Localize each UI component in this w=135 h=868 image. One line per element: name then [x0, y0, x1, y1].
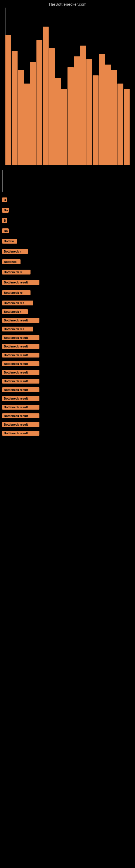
bar-7 — [49, 48, 55, 165]
bottleneck-result-label-11: Bottleneck r — [2, 309, 28, 314]
result-item-1: Bo — [2, 208, 133, 213]
bottleneck-result-label-2: B — [2, 218, 7, 223]
bar-2 — [18, 70, 24, 165]
site-title: TheBottlenecker.com — [0, 0, 135, 8]
bottleneck-result-label-16: Bottleneck result — [2, 352, 39, 358]
bottleneck-result-label-13: Bottleneck res — [2, 327, 33, 332]
result-item-9: Bottleneck re — [2, 290, 133, 295]
result-item-18: Bottleneck result — [2, 370, 133, 375]
result-item-20: Bottleneck result — [2, 388, 133, 392]
bottleneck-result-label-21: Bottleneck result — [2, 396, 39, 401]
bottleneck-result-label-25: Bottleneck result — [2, 431, 39, 436]
bottleneck-result-label-20: Bottleneck result — [2, 388, 39, 392]
result-item-16: Bottleneck result — [2, 352, 133, 358]
bottleneck-result-label-3: Bo — [2, 228, 9, 233]
bar-17 — [111, 70, 117, 165]
bar-6 — [43, 27, 49, 165]
bar-1 — [12, 51, 17, 165]
bottleneck-result-label-1: Bo — [2, 208, 9, 213]
result-item-15: Bottleneck result — [2, 344, 133, 349]
bar-0 — [5, 35, 11, 165]
bottleneck-result-label-9: Bottleneck re — [2, 290, 31, 295]
result-item-5: Bottleneck r — [2, 249, 133, 254]
cursor-line — [2, 170, 3, 192]
bottleneck-result-label-14: Bottleneck result — [2, 335, 39, 340]
result-item-6: Bottenec — [2, 259, 133, 264]
bottleneck-result-label-19: Bottleneck result — [2, 379, 39, 383]
bar-3 — [24, 84, 30, 165]
bar-16 — [105, 65, 111, 165]
bar-19 — [124, 89, 130, 165]
bar-chart — [3, 19, 132, 165]
result-item-3: Bo — [2, 228, 133, 233]
bottleneck-result-label-5: Bottleneck r — [2, 249, 28, 254]
bottleneck-result-label-24: Bottleneck result — [2, 422, 39, 427]
bottleneck-result-label-12: Bottleneck result — [2, 318, 39, 323]
bottleneck-result-label-8: Bottleneck result — [2, 280, 39, 285]
bar-5 — [37, 40, 42, 165]
result-item-22: Bottleneck result — [2, 405, 133, 410]
result-item-12: Bottleneck result — [2, 318, 133, 323]
bottleneck-result-label-15: Bottleneck result — [2, 344, 39, 349]
result-item-17: Bottleneck result — [2, 361, 133, 366]
result-item-25: Bottleneck result — [2, 431, 133, 436]
result-item-21: Bottleneck result — [2, 396, 133, 401]
bottleneck-result-label-22: Bottleneck result — [2, 405, 39, 410]
chart-area — [3, 8, 132, 165]
result-item-0: B — [2, 197, 133, 203]
results-section: BBoBBoBottlenBottleneck rBottenecBottlen… — [0, 197, 135, 439]
bottleneck-result-label-10: Bottleneck res — [2, 301, 33, 305]
bar-14 — [93, 75, 98, 165]
result-item-8: Bottleneck result — [2, 280, 133, 285]
bar-4 — [30, 62, 36, 165]
bottleneck-result-label-7: Bottleneck re — [2, 270, 31, 275]
bottleneck-result-label-17: Bottleneck result — [2, 361, 39, 366]
result-item-2: B — [2, 218, 133, 223]
result-item-24: Bottleneck result — [2, 422, 133, 427]
bar-15 — [99, 54, 105, 165]
bar-8 — [55, 78, 61, 165]
bottleneck-result-label-4: Bottlen — [2, 239, 17, 244]
result-item-11: Bottleneck r — [2, 309, 133, 314]
bar-9 — [61, 89, 67, 165]
result-item-4: Bottlen — [2, 239, 133, 244]
bottleneck-result-label-0: B — [2, 197, 7, 203]
bar-11 — [74, 56, 80, 165]
result-item-13: Bottleneck res — [2, 327, 133, 332]
bottleneck-result-label-18: Bottleneck result — [2, 370, 39, 375]
bar-12 — [80, 45, 86, 165]
result-item-10: Bottleneck res — [2, 301, 133, 305]
result-item-23: Bottleneck result — [2, 413, 133, 418]
result-item-19: Bottleneck result — [2, 379, 133, 383]
bottleneck-result-label-6: Bottenec — [2, 259, 20, 264]
bar-10 — [68, 67, 74, 165]
result-item-7: Bottleneck re — [2, 270, 133, 275]
bar-13 — [86, 59, 92, 165]
result-item-14: Bottleneck result — [2, 335, 133, 340]
bar-18 — [118, 84, 123, 165]
bottleneck-result-label-23: Bottleneck result — [2, 413, 39, 418]
